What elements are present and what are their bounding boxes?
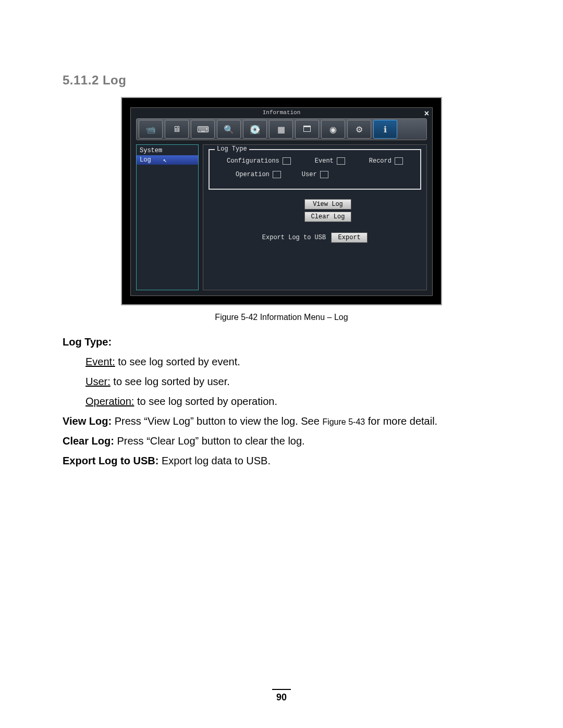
sidebar: System Log ↖ [136,144,199,290]
main-panel: Log Type Configurations Event [203,144,427,290]
export-desc: Export log data to USB. [158,455,271,466]
export-label: Export Log to USB [262,234,326,241]
sidebar-item-system[interactable]: System [137,146,198,155]
checkbox-box-icon [395,157,403,165]
toolbar-display-icon[interactable]: 🖥 [165,120,189,139]
clear-log-desc: Press “Clear Log” button to clear the lo… [114,435,305,447]
toolbar-search-icon[interactable]: 🔍 [217,120,241,139]
document-body: Log Type: Event: to see log sorted by ev… [63,334,500,469]
event-desc: to see log sorted by event. [115,356,240,367]
cursor-icon: ↖ [163,156,167,164]
checkbox-box-icon [320,171,328,178]
clear-log-term: Clear Log: [63,435,114,447]
fieldset-legend: Log Type [215,145,249,153]
log-type-heading: Log Type: [63,336,112,348]
checkbox-label: User [302,171,317,178]
toolbar-ptz-icon[interactable]: 🗖 [295,120,319,139]
page-number: 90 [0,692,563,703]
screenshot-container: Information × 📹 🖥 ⌨ 🔍 💽 ▦ 🗖 ◉ ⚙ ℹ S [63,97,500,305]
sidebar-item-log[interactable]: Log ↖ [137,155,198,165]
sidebar-item-label: Log [140,156,151,164]
section-heading: 5.11.2 Log [63,73,500,88]
operation-desc: to see log sorted by operation. [134,396,277,407]
document-page: 5.11.2 Log Information × 📹 🖥 ⌨ 🔍 💽 ▦ 🗖 ◉… [0,0,563,728]
window-body: System Log ↖ Log Type Configurations [136,144,427,290]
view-log-desc-b: for more detail. [365,415,437,427]
checkbox-user[interactable]: User [302,171,328,178]
screenshot: Information × 📹 🖥 ⌨ 🔍 💽 ▦ 🗖 ◉ ⚙ ℹ S [121,97,442,305]
view-log-desc-a: Press “View Log” button to view the log.… [112,415,322,427]
checkbox-label: Operation [236,171,270,178]
checkbox-box-icon [337,157,345,165]
export-row: Export Log to USB Export [203,232,426,243]
toolbar-info-icon[interactable]: ℹ [373,120,397,139]
view-log-ref: Figure 5-43 [322,417,365,426]
toolbar-camera-icon[interactable]: 📹 [139,120,163,139]
view-log-term: View Log: [63,415,112,427]
window-title: Information [131,109,432,116]
checkbox-box-icon [273,171,281,178]
log-buttons: View Log Clear Log [304,199,351,222]
export-button[interactable]: Export [331,232,368,243]
toolbar-gear-icon[interactable]: ⚙ [347,120,371,139]
page-footer: 90 [0,689,563,703]
log-type-fieldset: Log Type Configurations Event [209,149,421,190]
user-desc: to see log sorted by user. [111,376,230,387]
checkbox-box-icon [283,157,291,165]
toolbar-grid-icon[interactable]: ▦ [269,120,293,139]
checkbox-operation[interactable]: Operation [236,171,281,178]
view-log-button[interactable]: View Log [304,199,351,209]
toolbar-record-icon[interactable]: ◉ [321,120,345,139]
checkbox-event[interactable]: Event [315,157,345,165]
event-term: Event: [85,356,115,367]
checkbox-label: Configurations [227,157,279,165]
close-icon[interactable]: × [424,109,429,118]
checkbox-label: Record [369,157,391,165]
footer-divider [272,689,291,690]
toolbar: 📹 🖥 ⌨ 🔍 💽 ▦ 🗖 ◉ ⚙ ℹ [136,118,427,140]
toolbar-keyboard-icon[interactable]: ⌨ [191,120,215,139]
operation-term: Operation: [85,396,134,407]
clear-log-button[interactable]: Clear Log [304,212,351,222]
toolbar-disk-icon[interactable]: 💽 [243,120,267,139]
information-window: Information × 📹 🖥 ⌨ 🔍 💽 ▦ 🗖 ◉ ⚙ ℹ S [130,107,433,296]
figure-caption: Figure 5-42 Information Menu – Log [63,313,500,322]
export-term: Export Log to USB: [63,455,158,466]
checkbox-record[interactable]: Record [369,157,403,165]
checkbox-configurations[interactable]: Configurations [227,157,291,165]
user-term: User: [85,376,111,387]
checkbox-label: Event [315,157,334,165]
